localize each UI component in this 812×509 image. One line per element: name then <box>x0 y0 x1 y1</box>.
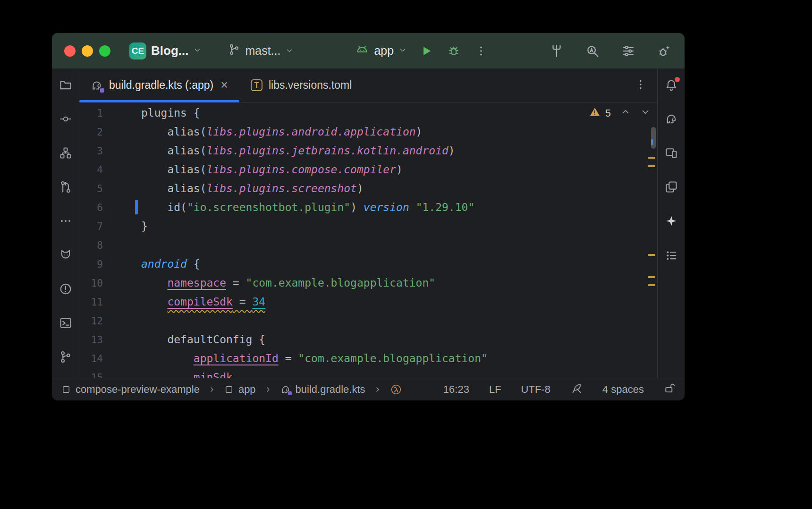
line-number[interactable]: 14 <box>79 349 103 368</box>
code-token: alias( <box>141 144 206 157</box>
code-line[interactable]: 1plugins { <box>79 103 657 122</box>
inspections-highlight-widget[interactable] <box>570 382 583 397</box>
chevron-down-icon <box>398 46 407 56</box>
scrollbar-warning-mark[interactable] <box>648 276 655 278</box>
encoding-widget[interactable]: UTF-8 <box>521 383 550 396</box>
status-bar: compose-preview-example app build.gradle… <box>52 378 685 400</box>
code-line[interactable]: 15 minSdk <box>79 368 657 378</box>
lambda-icon[interactable] <box>390 383 402 396</box>
line-number[interactable]: 11 <box>79 293 103 312</box>
line-number[interactable]: 1 <box>79 104 103 123</box>
code-area[interactable]: 1plugins {2 alias(libs.plugins.android.a… <box>79 103 657 378</box>
code-line[interactable]: 14 applicationId = "com.example.blogappl… <box>79 349 657 368</box>
code-token <box>409 201 416 213</box>
line-number[interactable]: 4 <box>79 161 103 179</box>
code-line[interactable]: 11 compileSdk = 34 <box>79 292 657 311</box>
code-line[interactable]: 2 alias(libs.plugins.android.application… <box>79 122 657 141</box>
code-token: namespace <box>167 277 226 289</box>
branch-selector[interactable]: mast... <box>228 43 294 59</box>
minimize-window-button[interactable] <box>82 45 93 57</box>
close-window-button[interactable] <box>64 45 76 57</box>
running-devices-button[interactable] <box>665 146 678 160</box>
line-number[interactable]: 12 <box>79 312 103 331</box>
scrollbar-warning-mark[interactable] <box>648 165 655 167</box>
screenshotbot-tool-button[interactable] <box>59 248 72 262</box>
code-line[interactable]: 9android { <box>79 254 657 273</box>
code-token: alias( <box>141 126 206 138</box>
commit-tool-button[interactable] <box>59 112 72 126</box>
code-token: = <box>279 352 298 365</box>
code-line[interactable]: 7} <box>79 217 657 236</box>
device-manager-button[interactable] <box>665 180 678 194</box>
traffic-lights <box>64 45 110 57</box>
inspections-widget[interactable]: 5 <box>589 106 651 120</box>
terminal-tool-button[interactable] <box>59 316 72 330</box>
gradle-tool-button[interactable] <box>665 112 678 126</box>
debug-button[interactable] <box>446 43 462 59</box>
code-line[interactable]: 5 alias(libs.plugins.screenshot) <box>79 179 657 198</box>
tab-build-gradle[interactable]: build.gradle.kts (:app) × <box>79 68 239 102</box>
settings-button[interactable] <box>620 43 636 59</box>
titlebar-right-actions <box>549 43 677 59</box>
scrollbar-warning-mark[interactable] <box>648 157 655 159</box>
toml-file-icon: T <box>251 79 262 91</box>
code-line[interactable]: 10 namespace = "com.example.blogapplicat… <box>79 273 657 292</box>
project-tool-button[interactable] <box>59 78 72 92</box>
code-line[interactable]: 3 alias(libs.plugins.jetbrains.kotlin.an… <box>79 141 657 160</box>
problems-tool-button[interactable] <box>59 282 72 296</box>
rake-tool-button[interactable] <box>549 43 565 59</box>
line-number[interactable]: 3 <box>79 142 103 161</box>
more-tools-button[interactable] <box>59 214 72 228</box>
sparkle-icon <box>665 214 678 228</box>
tab-libs-versions-toml[interactable]: T libs.versions.toml <box>239 68 363 102</box>
pull-request-icon <box>59 180 72 194</box>
zoom-window-button[interactable] <box>99 45 110 57</box>
scrollbar-thumb[interactable] <box>651 127 656 149</box>
editor[interactable]: 1plugins {2 alias(libs.plugins.android.a… <box>79 102 657 378</box>
todo-list-button[interactable] <box>665 248 678 262</box>
breadcrumb-module[interactable]: app <box>224 383 256 396</box>
scrollbar-info-mark[interactable] <box>651 139 653 145</box>
scrollbar-warning-mark[interactable] <box>648 254 655 256</box>
breadcrumb-project[interactable]: compose-preview-example <box>61 383 200 396</box>
gradle-file-icon <box>280 384 291 395</box>
line-number[interactable]: 13 <box>79 331 103 349</box>
structure-tool-button[interactable] <box>59 146 72 160</box>
code-line[interactable]: 4 alias(libs.plugins.compose.compiler) <box>79 160 657 179</box>
code-line[interactable]: 12 <box>79 311 657 330</box>
code-token: id( <box>141 201 187 213</box>
code-line[interactable]: 8 <box>79 236 657 254</box>
pull-requests-tool-button[interactable] <box>59 180 72 194</box>
project-selector[interactable]: CE Blog... <box>129 42 202 59</box>
line-number[interactable]: 10 <box>79 274 103 293</box>
line-number[interactable]: 5 <box>79 179 103 198</box>
ai-assistant-button[interactable] <box>665 214 678 228</box>
git-tool-button[interactable] <box>59 350 72 364</box>
breadcrumb-label: compose-preview-example <box>76 383 200 396</box>
line-number[interactable]: 8 <box>79 236 103 255</box>
line-number[interactable]: 6 <box>79 198 103 217</box>
breadcrumb-file[interactable]: build.gradle.kts <box>280 383 365 396</box>
more-run-actions-button[interactable] <box>473 43 489 59</box>
run-button[interactable] <box>418 43 434 59</box>
line-number[interactable]: 9 <box>79 255 103 274</box>
code-line[interactable]: 13 defaultConfig { <box>79 330 657 349</box>
notifications-button[interactable] <box>665 78 678 92</box>
line-number[interactable]: 2 <box>79 123 103 142</box>
search-everywhere-button[interactable] <box>584 43 601 59</box>
prev-problem-button[interactable] <box>620 107 631 120</box>
line-number[interactable]: 15 <box>79 368 103 378</box>
code-line[interactable]: 6 id("io.screenshotbot.plugin") version … <box>79 198 657 217</box>
scrollbar-warning-mark[interactable] <box>648 284 655 286</box>
line-number[interactable]: 7 <box>79 217 103 236</box>
cursor-position-widget[interactable]: 16:23 <box>443 383 469 396</box>
profiler-button[interactable] <box>656 43 672 59</box>
indent-widget[interactable]: 4 spaces <box>602 383 644 396</box>
file-lock-widget[interactable] <box>664 382 676 397</box>
line-separator-widget[interactable]: LF <box>489 383 501 396</box>
device-selector[interactable]: app <box>355 43 407 59</box>
close-tab-icon[interactable]: × <box>220 79 228 92</box>
next-problem-button[interactable] <box>640 107 651 120</box>
tab-options-button[interactable] <box>634 78 647 93</box>
code-token <box>141 296 167 308</box>
